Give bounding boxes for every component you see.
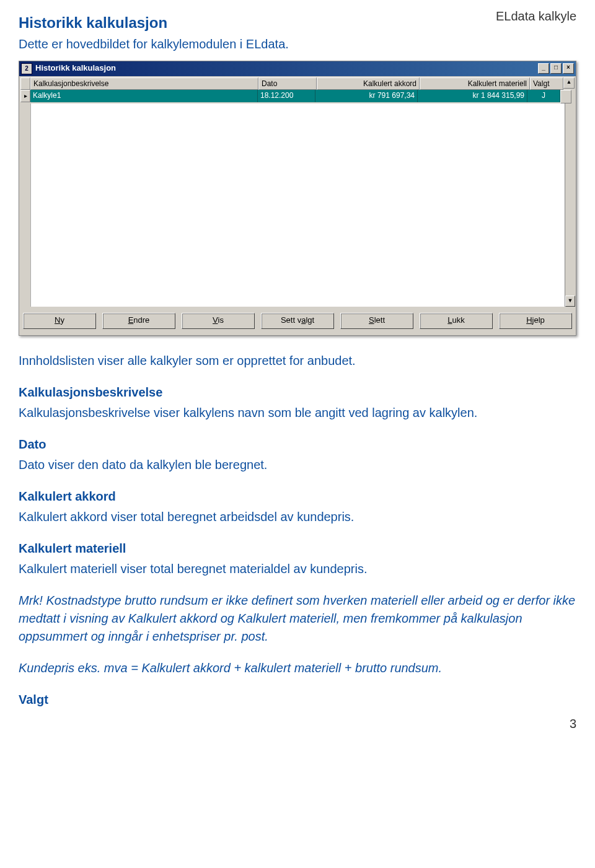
titlebar: 2 Historikk kalkulasjon _ □ × xyxy=(19,61,576,76)
grid-corner xyxy=(20,77,30,90)
cell-materiell: kr 1 844 315,99 xyxy=(418,90,527,102)
column-headers: Kalkulasjonbeskrivelse Dato Kalkulert ak… xyxy=(20,77,575,90)
button-bar: Ny Endre Vis Sett valgt Slett Lukk Hjelp xyxy=(19,308,576,335)
heading-kalkulasjonsbeskrivelse: Kalkulasjonsbeskrivelse xyxy=(19,384,576,401)
maximize-button[interactable]: □ xyxy=(550,63,562,74)
table-row[interactable]: ▸ Kalkyle1 18.12.200 kr 791 697,34 kr 1 … xyxy=(20,90,575,103)
para-kalkulasjonsbeskrivelse: Kalkulasjonsbeskrivelse viser kalkylens … xyxy=(19,404,576,422)
cell-valgt: J xyxy=(527,90,560,102)
sett-valgt-button[interactable]: Sett valgt xyxy=(261,313,334,329)
ny-button[interactable]: Ny xyxy=(23,313,96,329)
para-kundepris: Kundepris eks. mva = Kalkulert akkord + … xyxy=(19,659,576,677)
heading-dato: Dato xyxy=(19,436,576,454)
scroll-up-icon[interactable]: ▲ xyxy=(563,77,575,89)
col-dato[interactable]: Dato xyxy=(258,77,317,90)
para-akkord: Kalkulert akkord viser total beregnet ar… xyxy=(19,508,576,526)
historikk-window: 2 Historikk kalkulasjon _ □ × Kalkulasjo… xyxy=(19,61,576,336)
slett-button[interactable]: Slett xyxy=(340,313,413,329)
heading-materiell: Kalkulert materiell xyxy=(19,540,576,558)
data-grid: Kalkulasjonbeskrivelse Dato Kalkulert ak… xyxy=(19,76,576,308)
close-button[interactable]: × xyxy=(563,63,574,74)
cell-dato: 18.12.200 xyxy=(258,90,315,102)
window-title: Historikk kalkulasjon xyxy=(35,63,537,74)
col-materiell[interactable]: Kalkulert materiell xyxy=(420,77,530,90)
page-subtitle: Dette er hovedbildet for kalkylemodulen … xyxy=(19,35,576,53)
col-akkord[interactable]: Kalkulert akkord xyxy=(317,77,420,90)
vertical-scrollbar[interactable]: ▼ xyxy=(565,103,575,307)
page-number: 3 xyxy=(19,715,576,733)
para-materiell: Kalkulert materiell viser total beregnet… xyxy=(19,560,576,578)
cell-akkord: kr 791 697,34 xyxy=(315,90,418,102)
hjelp-button[interactable]: Hjelp xyxy=(499,313,572,329)
para-intro: Innholdslisten viser alle kalkyler som e… xyxy=(19,352,576,370)
endre-button[interactable]: Endre xyxy=(102,313,175,329)
scrollbar-thumb[interactable] xyxy=(560,90,571,103)
col-beskrivelse[interactable]: Kalkulasjonbeskrivelse xyxy=(30,77,258,90)
vis-button[interactable]: Vis xyxy=(182,313,255,329)
window-icon-text: 2 xyxy=(25,64,29,74)
doc-header-right: ELdata kalkyle xyxy=(496,7,576,25)
heading-valgt: Valgt xyxy=(19,691,576,709)
window-icon: 2 xyxy=(21,63,32,74)
row-marker-icon: ▸ xyxy=(20,90,30,102)
para-mrk: Mrk! Kostnadstype brutto rundsum er ikke… xyxy=(19,592,576,646)
grid-body-empty: ▼ xyxy=(30,103,575,307)
scroll-down-icon[interactable]: ▼ xyxy=(565,296,575,307)
page-title: Historikk kalkulasjon xyxy=(19,12,576,34)
para-dato: Dato viser den dato da kalkylen ble bere… xyxy=(19,456,576,474)
cell-beskrivelse: Kalkyle1 xyxy=(30,90,258,102)
heading-akkord: Kalkulert akkord xyxy=(19,488,576,506)
minimize-button[interactable]: _ xyxy=(538,63,549,74)
col-valgt[interactable]: Valgt xyxy=(530,77,563,90)
lukk-button[interactable]: Lukk xyxy=(420,313,493,329)
